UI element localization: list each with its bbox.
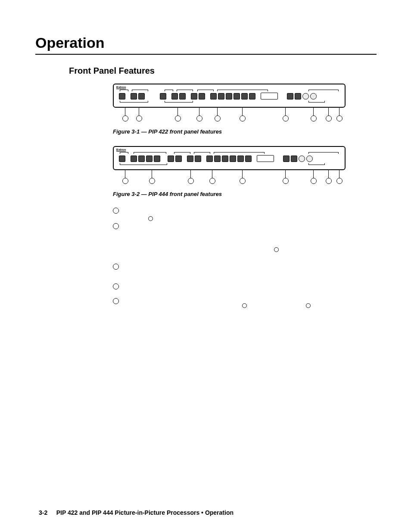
feature-list — [113, 203, 377, 310]
feature-marker — [148, 216, 153, 221]
device-pip-444: Extron — [113, 146, 346, 170]
feature-marker — [113, 223, 119, 229]
feature-marker — [242, 303, 247, 308]
brand-label: Extron — [116, 86, 126, 89]
brand-label: Extron — [116, 148, 126, 151]
figure-3-1: Extron — [113, 84, 377, 135]
chapter-title: Operation — [35, 34, 377, 55]
page-footer: 3-2 PIP 422 and PIP 444 Picture-in-Pictu… — [0, 509, 411, 516]
figure-caption-1: Figure 3-1 — PIP 422 front panel feature… — [113, 128, 377, 135]
feature-marker — [113, 208, 119, 214]
figure-3-2: Extron — [113, 146, 377, 197]
feature-marker — [113, 298, 119, 304]
figure-caption-2: Figure 3-2 — PIP 444 front panel feature… — [113, 191, 377, 197]
document-page: Operation Front Panel Features Extron — [0, 0, 411, 532]
callout-row-1 — [113, 108, 346, 126]
section-title: Front Panel Features — [69, 66, 377, 76]
feature-marker — [113, 264, 119, 270]
callout-row-2 — [113, 170, 346, 188]
button-row — [119, 155, 339, 162]
page-number: 3-2 — [39, 509, 47, 516]
feature-marker — [306, 303, 311, 308]
feature-marker — [274, 247, 279, 252]
button-row — [119, 92, 339, 100]
device-pip-422: Extron — [113, 84, 346, 108]
footer-text: PIP 422 and PIP 444 Picture-in-Picture P… — [56, 509, 234, 516]
feature-marker — [113, 283, 119, 289]
